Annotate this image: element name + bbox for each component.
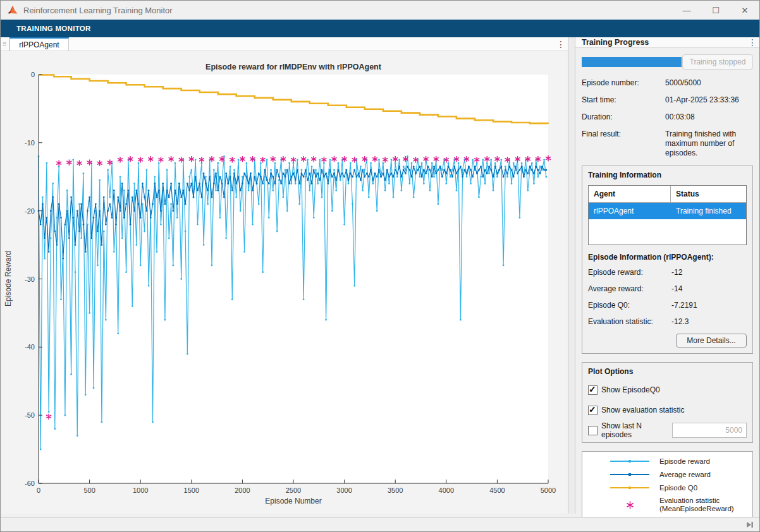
legend-evaluation-statistic: Evaluation statistic (MeanEpisodeReward) — [582, 497, 752, 513]
panel-splitter[interactable] — [568, 37, 575, 514]
show-evaluation-statistic-row: Show evaluation statistic — [588, 404, 747, 416]
final-result-label: Final result: — [582, 130, 665, 158]
status-column-header[interactable]: Status — [671, 186, 746, 202]
details-row: More Details... — [588, 334, 747, 348]
panel-body: Training stopped Episode number: 5000/50… — [575, 48, 759, 522]
agent-cell: rlPPOAgent — [589, 203, 671, 219]
training-stopped-button[interactable]: Training stopped — [682, 54, 753, 70]
final-result-value: Training finished with maximum number of… — [665, 130, 753, 158]
training-information-title: Training Information — [588, 171, 747, 179]
minimize-button[interactable]: — — [672, 1, 701, 20]
svg-text:2000: 2000 — [235, 487, 250, 494]
legend-average-reward-label: Average reward — [659, 471, 711, 479]
svg-text:500: 500 — [83, 487, 95, 494]
show-episodeq0-checkbox[interactable] — [588, 385, 598, 395]
training-monitor-tab[interactable]: TRAINING MONITOR — [1, 25, 91, 32]
svg-text:3500: 3500 — [388, 487, 403, 494]
svg-text:0: 0 — [31, 71, 35, 78]
training-plot: Episode reward for rlMDPEnv with rlPPOAg… — [1, 51, 567, 511]
duration-row: Duration: 00:03:08 — [582, 112, 753, 122]
panel-menu-kebab-icon[interactable]: ⋮ — [745, 37, 759, 47]
svg-text:-50: -50 — [25, 411, 35, 419]
svg-text:4500: 4500 — [489, 487, 505, 494]
progress-fields: Episode number: 5000/5000 Start time: 01… — [582, 78, 753, 158]
show-evaluation-statistic-checkbox[interactable] — [588, 406, 598, 415]
duration-value: 00:03:08 — [665, 112, 753, 122]
chart-title: Episode reward for rlMDPEnv with rlPPOAg… — [205, 63, 382, 71]
svg-text:-20: -20 — [25, 207, 35, 215]
episode-q0-value: -7.2191 — [671, 301, 747, 310]
close-button[interactable]: ✕ — [730, 1, 759, 20]
episode-q0-line-icon — [610, 487, 649, 488]
agent-table-row-selected[interactable]: rlPPOAgent Training finished — [589, 203, 746, 219]
panel-title: Training Progress — [575, 38, 649, 47]
episode-number-row: Episode number: 5000/5000 — [582, 78, 753, 88]
svg-text:1500: 1500 — [184, 487, 199, 494]
chart-legend: Episode reward Average reward Episode Q0 — [582, 451, 753, 522]
start-time-row: Start time: 01-Apr-2025 23:33:36 — [582, 95, 753, 105]
maximize-button[interactable]: ☐ — [701, 1, 730, 20]
window-title: Reinforcement Learning Training Monitor — [23, 6, 173, 15]
svg-text:2500: 2500 — [286, 487, 301, 494]
svg-text:-10: -10 — [25, 139, 35, 147]
title-bar: Reinforcement Learning Training Monitor … — [1, 1, 759, 20]
final-result-row: Final result: Training finished with max… — [582, 130, 753, 158]
status-cell: Training finished — [671, 203, 746, 219]
episode-reward-value: -12 — [671, 268, 747, 277]
show-episodeq0-label: Show EpisodeQ0 — [601, 385, 660, 394]
panel-header: Training Progress ⋮ — [575, 37, 759, 48]
start-time-label: Start time: — [582, 95, 665, 105]
svg-text:4000: 4000 — [439, 487, 454, 494]
document-tab-bar: ≡ rlPPOAgent ⋮ — [1, 37, 568, 51]
evaluation-statistic-star-icon — [610, 500, 649, 510]
app-window: Reinforcement Learning Training Monitor … — [0, 0, 760, 532]
document-tab-rlppoagent[interactable]: rlPPOAgent — [9, 37, 69, 51]
show-last-n-episodes-row: Show last N episodes — [588, 424, 747, 437]
show-last-n-episodes-checkbox[interactable] — [588, 426, 598, 435]
document-actions-kebab-icon[interactable]: ⋮ — [554, 37, 568, 51]
agent-table-header: Agent Status — [589, 186, 746, 203]
svg-text:-40: -40 — [25, 343, 35, 351]
episode-q0-row: Episode Q0: -7.2191 — [588, 301, 747, 310]
show-evaluation-statistic-label: Show evaluation statistic — [601, 406, 684, 414]
agent-column-header[interactable]: Agent — [589, 186, 671, 202]
evaluation-statistic-label: Evaluation statistic: — [588, 317, 671, 326]
svg-text:1000: 1000 — [133, 487, 148, 494]
legend-average-reward: Average reward — [582, 470, 752, 479]
expand-panel-icon[interactable] — [745, 521, 754, 529]
legend-episode-reward: Episode reward — [582, 457, 752, 466]
legend-evaluation-statistic-label: Evaluation statistic (MeanEpisodeReward) — [659, 497, 734, 513]
episode-reward-label: Episode reward: — [588, 268, 671, 277]
agent-status-table: Agent Status rlPPOAgent Training finishe… — [588, 185, 747, 245]
status-bar — [1, 517, 759, 531]
episode-q0-label: Episode Q0: — [588, 301, 671, 310]
document-tab-label: rlPPOAgent — [19, 40, 59, 49]
show-episodeq0-row: Show EpisodeQ0 — [588, 384, 747, 396]
start-time-value: 01-Apr-2025 23:33:36 — [665, 95, 753, 105]
average-reward-line-icon — [610, 474, 649, 475]
average-reward-label: Average reward: — [588, 284, 671, 293]
grip-icon[interactable]: ≡ — [1, 37, 9, 51]
average-reward-value: -14 — [671, 284, 747, 293]
training-progress-bar — [582, 57, 682, 67]
evaluation-statistic-value: -12.3 — [671, 317, 747, 326]
plot-area — [39, 75, 548, 483]
svg-text:-30: -30 — [25, 275, 35, 283]
episode-number-label: Episode number: — [582, 78, 665, 88]
episode-reward-row: Episode reward: -12 — [588, 268, 747, 277]
workspace: ≡ rlPPOAgent ⋮ Episode reward for rlMDPE… — [1, 37, 759, 514]
chart-container: Episode reward for rlMDPEnv with rlPPOAg… — [1, 51, 568, 514]
plot-options-title: Plot Options — [588, 367, 747, 376]
svg-text:-60: -60 — [25, 480, 35, 487]
plot-options-section: Plot Options Show EpisodeQ0 Show evaluat… — [582, 362, 753, 443]
matlab-logo-icon — [7, 5, 18, 15]
legend-episode-reward-label: Episode reward — [659, 457, 710, 466]
svg-text:0: 0 — [37, 487, 40, 494]
more-details-button[interactable]: More Details... — [676, 334, 747, 348]
average-reward-row: Average reward: -14 — [588, 284, 747, 293]
tab-bar-spacer — [69, 37, 554, 51]
legend-episode-q0: Episode Q0 — [582, 483, 752, 492]
x-axis-label: Episode Number — [265, 497, 321, 505]
last-n-episodes-input[interactable] — [672, 423, 747, 438]
episode-reward-line-icon — [610, 461, 649, 462]
